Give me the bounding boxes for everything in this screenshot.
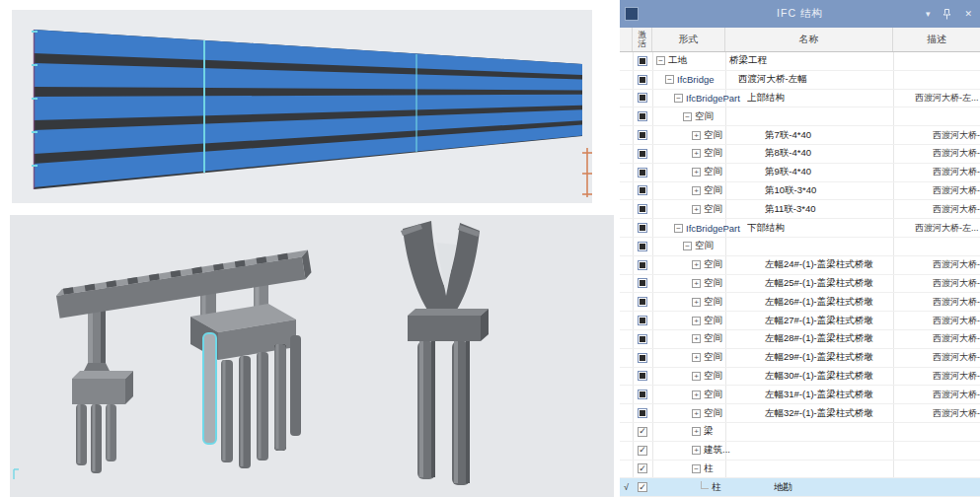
tree-row[interactable]: − IfcBridgePart 下部结构 西渡河大桥-左... xyxy=(620,219,980,238)
tree-expander-icon[interactable]: + xyxy=(692,260,701,269)
tree-rows: − 工地 桥梁工程 − IfcBridge 西渡河大桥-左幅 − IfcBrid… xyxy=(620,52,980,497)
tree-expander-icon[interactable]: − xyxy=(674,94,683,103)
active-checkbox[interactable] xyxy=(638,427,647,437)
row-type-label: 空间 xyxy=(704,129,722,142)
active-checkbox[interactable] xyxy=(638,278,647,288)
active-checkbox[interactable] xyxy=(638,297,647,307)
row-type-label: 空间 xyxy=(695,240,714,252)
active-checkbox[interactable] xyxy=(638,56,647,66)
active-checkbox[interactable] xyxy=(638,316,647,325)
tree-row[interactable]: + 空间 第11联-3*40 西渡河大桥-左... xyxy=(620,200,980,219)
row-type-label: IfcBridge xyxy=(677,74,715,85)
tree-expander-icon[interactable]: + xyxy=(692,353,701,362)
pin-icon[interactable] xyxy=(942,9,951,20)
active-checkbox[interactable] xyxy=(638,130,647,140)
tree-row[interactable]: + 空间 左幅31#-(1)-盖梁柱式桥墩 西渡河大桥-左... xyxy=(620,386,980,404)
tree-expander-icon[interactable]: − xyxy=(656,56,665,65)
tree-expander-icon[interactable]: + xyxy=(692,131,701,140)
tree-row[interactable]: + 空间 第8联-4*40 西渡河大桥-左... xyxy=(620,145,980,164)
tree-expander-icon[interactable] xyxy=(701,481,709,489)
tree-expander-icon[interactable]: − xyxy=(674,224,683,233)
tree-row[interactable]: − IfcBridgePart 上部结构 西渡河大桥-左... xyxy=(620,90,980,108)
tree-row[interactable]: + 空间 第10联-3*40 西渡河大桥-左... xyxy=(620,182,980,201)
close-icon[interactable]: ✕ xyxy=(964,9,972,19)
row-type-label: IfcBridgePart xyxy=(686,93,740,104)
selected-pile[interactable] xyxy=(203,333,216,444)
pier-viewport[interactable] xyxy=(10,215,614,497)
active-checkbox[interactable] xyxy=(638,390,647,399)
row-type-label: 空间 xyxy=(704,407,722,420)
tree-row[interactable]: + 空间 左幅24#-(1)-盖梁柱式桥墩 西渡河大桥-左... xyxy=(620,256,980,275)
tree-expander-icon[interactable]: + xyxy=(692,427,701,436)
column-header-desc[interactable]: 描述 xyxy=(893,28,980,51)
active-checkbox[interactable] xyxy=(638,168,647,178)
tree-expander-icon[interactable]: + xyxy=(692,298,701,307)
row-name-label: 左幅24#-(1)-盖梁柱式桥墩 xyxy=(765,258,933,271)
tree-expander-icon[interactable]: + xyxy=(692,409,701,418)
tree-row[interactable]: + 空间 左幅29#-(1)-盖梁柱式桥墩 西渡河大桥-左... xyxy=(620,349,980,368)
row-desc-label: 西渡河大桥-左... xyxy=(933,166,980,178)
active-checkbox[interactable] xyxy=(638,353,647,363)
tree-row[interactable]: + 空间 左幅27#-(1)-盖梁柱式桥墩 西渡河大桥-左... xyxy=(620,312,980,330)
row-desc-label: 西渡河大桥-左... xyxy=(933,389,980,401)
row-name-label: 左幅30#-(1)-盖梁柱式桥墩 xyxy=(765,370,933,383)
girder-viewport[interactable] xyxy=(12,10,592,203)
tree-expander-icon[interactable]: + xyxy=(692,334,701,343)
active-checkbox[interactable] xyxy=(638,371,647,381)
tree-expander-icon[interactable]: + xyxy=(692,317,701,325)
tree-row[interactable]: + 空间 左幅26#-(1)-盖梁柱式桥墩 西渡河大桥-左... xyxy=(620,293,980,312)
tree-expander-icon[interactable]: − xyxy=(665,75,674,84)
active-checkbox[interactable] xyxy=(638,111,647,121)
column-header-type[interactable]: 形式 xyxy=(652,28,725,51)
tree-row[interactable]: + 梁 xyxy=(620,423,980,442)
tree-expander-icon[interactable]: + xyxy=(692,279,701,288)
active-checkbox[interactable] xyxy=(638,242,647,251)
row-desc-label: 西渡河大桥-左... xyxy=(933,184,980,197)
tree-row[interactable]: − 空间 xyxy=(620,107,980,126)
tree-row[interactable]: − IfcBridge 西渡河大桥-左幅 xyxy=(620,71,980,90)
tree-row[interactable]: + 建筑... xyxy=(620,442,980,461)
row-name-label: 地勘 xyxy=(774,481,942,494)
column-header-name[interactable]: 名称 xyxy=(725,28,893,51)
active-checkbox[interactable] xyxy=(638,149,647,159)
row-type-label: 工地 xyxy=(668,54,687,67)
tree-row[interactable]: + 空间 第9联-4*40 西渡河大桥-左... xyxy=(620,164,980,182)
row-desc-label: 西渡河大桥-左... xyxy=(933,277,980,290)
tree-expander-icon[interactable]: + xyxy=(692,390,701,399)
active-checkbox[interactable] xyxy=(638,408,647,418)
tree-expander-icon[interactable]: + xyxy=(692,149,701,158)
y-pier xyxy=(401,221,489,485)
tree-row[interactable]: − 工地 桥梁工程 xyxy=(620,52,980,71)
column-header-selector xyxy=(620,28,633,51)
active-checkbox[interactable] xyxy=(638,185,647,195)
row-name-label: 第8联-4*40 xyxy=(765,147,933,160)
active-checkbox[interactable] xyxy=(638,446,647,456)
tree-expander-icon[interactable]: − xyxy=(683,112,692,121)
tree-row[interactable]: + 空间 第7联-4*40 西渡河大桥-左... xyxy=(620,126,980,145)
tree-expander-icon[interactable]: + xyxy=(692,205,701,214)
row-desc-label: 西渡河大桥-左... xyxy=(933,407,980,420)
tree-expander-icon[interactable]: + xyxy=(692,372,701,381)
active-checkbox[interactable] xyxy=(638,75,647,85)
dropdown-arrow-icon[interactable]: ▾ xyxy=(926,9,931,19)
active-checkbox[interactable] xyxy=(638,463,647,473)
active-checkbox[interactable] xyxy=(638,334,647,344)
tree-row[interactable]: + 空间 左幅28#-(1)-盖梁柱式桥墩 西渡河大桥-左... xyxy=(620,330,980,349)
tree-expander-icon[interactable]: + xyxy=(692,168,701,177)
active-checkbox[interactable] xyxy=(638,223,647,233)
tree-row[interactable]: − 空间 xyxy=(620,238,980,256)
tree-expander-icon[interactable]: − xyxy=(692,464,701,473)
tree-expander-icon[interactable]: + xyxy=(692,446,701,455)
tree-row[interactable]: √ 柱 地勘 xyxy=(620,478,980,497)
tree-expander-icon[interactable]: + xyxy=(692,186,701,195)
panel-titlebar[interactable]: IFC 结构 ▾ ✕ xyxy=(620,0,980,28)
tree-row[interactable]: − 柱 xyxy=(620,461,980,479)
active-checkbox[interactable] xyxy=(638,93,647,103)
active-checkbox[interactable] xyxy=(638,482,647,492)
tree-expander-icon[interactable]: − xyxy=(683,242,692,250)
tree-row[interactable]: + 空间 左幅25#-(1)-盖梁柱式桥墩 西渡河大桥-左... xyxy=(620,275,980,294)
tree-row[interactable]: + 空间 左幅30#-(1)-盖梁柱式桥墩 西渡河大桥-左... xyxy=(620,368,980,387)
active-checkbox[interactable] xyxy=(638,204,647,214)
tree-row[interactable]: + 空间 左幅32#-(1)-盖梁柱式桥墩 西渡河大桥-左... xyxy=(620,404,980,423)
active-checkbox[interactable] xyxy=(638,260,647,270)
